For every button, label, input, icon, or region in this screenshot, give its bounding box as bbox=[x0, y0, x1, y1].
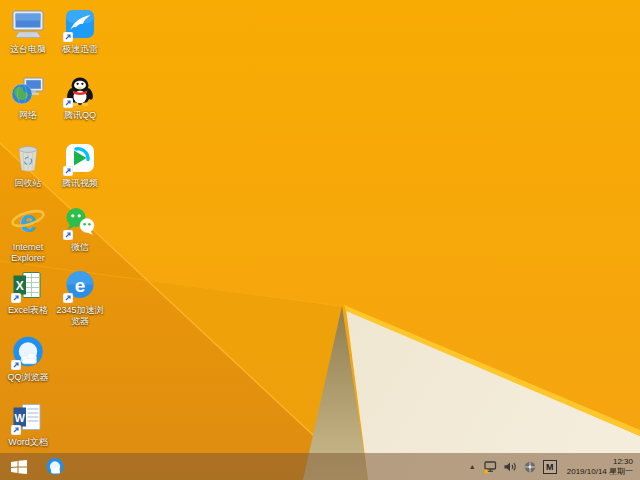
shortcut-arrow-icon bbox=[63, 98, 73, 108]
volume-icon[interactable] bbox=[503, 460, 517, 474]
shortcut-arrow-icon bbox=[63, 230, 73, 240]
qq-browser-icon bbox=[10, 334, 46, 370]
desktop-icon-label: 极速迅雷 bbox=[53, 44, 107, 55]
desktop-icon-label: QQ浏览器 bbox=[1, 372, 55, 383]
shortcut-arrow-icon bbox=[63, 166, 73, 176]
desktop-icon-label: 2345加速浏览器 bbox=[53, 305, 107, 326]
tencent-video-icon bbox=[62, 140, 98, 176]
desktop-icon-this-pc[interactable]: 这台电脑 bbox=[1, 6, 55, 55]
desktop-icon-label: 这台电脑 bbox=[1, 44, 55, 55]
desktop-icon-wechat[interactable]: 微信 bbox=[53, 204, 107, 253]
desktop-icon-word[interactable]: W Word文档 bbox=[1, 399, 55, 448]
show-hidden-icons-button[interactable]: ▲ bbox=[468, 463, 477, 470]
shortcut-arrow-icon bbox=[63, 293, 73, 303]
desktop-icon-2345-browser[interactable]: e 2345加速浏览器 bbox=[53, 267, 107, 326]
desktop-icon-label: Excel表格 bbox=[1, 305, 55, 316]
taskbar-clock[interactable]: 12:30 2019/10/14 星期一 bbox=[563, 457, 637, 476]
desktop-icon-network[interactable]: 网络 bbox=[1, 72, 55, 121]
windows-logo-icon bbox=[11, 460, 27, 474]
desktop-icon-label: 腾讯视频 bbox=[53, 178, 107, 189]
network-status-icon[interactable]: ✱ bbox=[483, 460, 497, 474]
xunlei-icon bbox=[62, 6, 98, 42]
qq-browser-icon bbox=[45, 457, 65, 477]
svg-text:W: W bbox=[15, 412, 26, 424]
svg-text:X: X bbox=[16, 279, 24, 293]
tray-utility-icon[interactable] bbox=[523, 460, 537, 474]
desktop-icon-label: 微信 bbox=[53, 242, 107, 253]
desktop-icon-tencent-qq[interactable]: 腾讯QQ bbox=[53, 72, 107, 121]
desktop-icon-label: 腾讯QQ bbox=[53, 110, 107, 121]
svg-text:e: e bbox=[75, 275, 86, 296]
desktop-icon-label: Internet Explorer bbox=[1, 242, 55, 263]
desktop-icon-qq-browser[interactable]: QQ浏览器 bbox=[1, 334, 55, 383]
system-tray: ▲ ✱ bbox=[468, 457, 640, 476]
internet-explorer-icon: e bbox=[10, 204, 46, 240]
desktop-icon-excel[interactable]: X Excel表格 bbox=[1, 267, 55, 316]
desktop-icon-label: Word文档 bbox=[1, 437, 55, 448]
desktop-icon-label: 网络 bbox=[1, 110, 55, 121]
recycle-bin-icon bbox=[10, 140, 46, 176]
shortcut-arrow-icon bbox=[11, 425, 21, 435]
start-button[interactable] bbox=[9, 457, 29, 477]
taskbar: ▲ ✱ bbox=[0, 453, 640, 480]
clock-time: 12:30 bbox=[613, 457, 633, 467]
desktop[interactable]: 这台电脑 网络 bbox=[0, 0, 640, 480]
this-pc-icon bbox=[10, 6, 46, 42]
desktop-icon-xunlei-speed[interactable]: 极速迅雷 bbox=[53, 6, 107, 55]
svg-text:✱: ✱ bbox=[483, 467, 489, 473]
word-icon: W bbox=[10, 399, 46, 435]
wechat-icon bbox=[62, 204, 98, 240]
2345-browser-icon: e bbox=[62, 267, 98, 303]
desktop-icon-label: 回收站 bbox=[1, 178, 55, 189]
shortcut-arrow-icon bbox=[11, 360, 21, 370]
ime-indicator[interactable]: M bbox=[543, 460, 557, 474]
excel-icon: X bbox=[10, 267, 46, 303]
shortcut-arrow-icon bbox=[11, 293, 21, 303]
desktop-icon-tencent-video[interactable]: 腾讯视频 bbox=[53, 140, 107, 189]
qq-penguin-icon bbox=[62, 72, 98, 108]
clock-date: 2019/10/14 星期一 bbox=[567, 467, 633, 477]
desktop-icon-recycle-bin[interactable]: 回收站 bbox=[1, 140, 55, 189]
taskbar-pinned-qq-browser[interactable] bbox=[44, 456, 66, 478]
network-icon bbox=[10, 72, 46, 108]
shortcut-arrow-icon bbox=[63, 32, 73, 42]
desktop-icon-internet-explorer[interactable]: e Internet Explorer bbox=[1, 204, 55, 263]
